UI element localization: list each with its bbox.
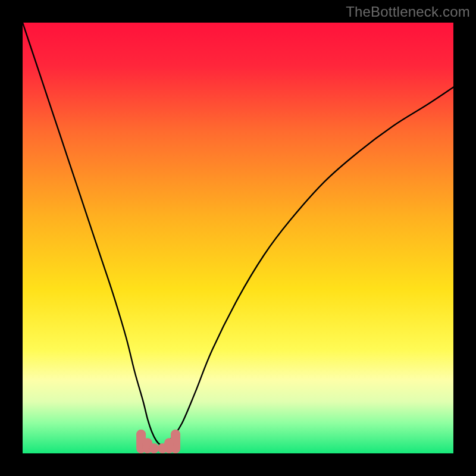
chart-frame: TheBottleneck.com [0,0,476,476]
dip-marker-dot [164,439,174,448]
gradient-background [23,23,453,453]
plot-area [23,23,453,453]
dip-marker-dot [171,430,180,439]
dip-marker-dot [149,443,159,453]
chart-svg [23,23,453,453]
dip-marker-dot [136,430,146,439]
watermark-text: TheBottleneck.com [346,4,470,20]
